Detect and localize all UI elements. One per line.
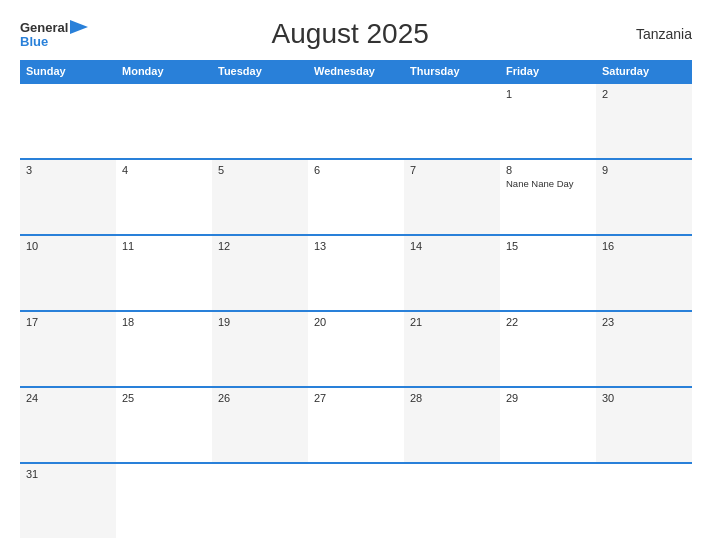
day-cell: 8Nane Nane Day [500, 160, 596, 234]
week-row-4: 24252627282930 [20, 386, 692, 462]
day-cell: 19 [212, 312, 308, 386]
header: General Blue August 2025 Tanzania [20, 18, 692, 50]
day-cell [212, 464, 308, 538]
day-header-saturday: Saturday [596, 60, 692, 82]
day-number: 16 [602, 240, 686, 252]
day-number: 31 [26, 468, 110, 480]
day-number: 20 [314, 316, 398, 328]
logo-flag-icon [70, 20, 88, 34]
day-number: 6 [314, 164, 398, 176]
day-header-friday: Friday [500, 60, 596, 82]
calendar-title: August 2025 [88, 18, 612, 50]
day-header-thursday: Thursday [404, 60, 500, 82]
day-cell: 4 [116, 160, 212, 234]
day-header-monday: Monday [116, 60, 212, 82]
day-number: 28 [410, 392, 494, 404]
day-cell: 29 [500, 388, 596, 462]
day-number: 17 [26, 316, 110, 328]
day-cell: 16 [596, 236, 692, 310]
day-cell: 7 [404, 160, 500, 234]
day-cell: 14 [404, 236, 500, 310]
logo-general-text: General [20, 21, 68, 34]
day-cell: 6 [308, 160, 404, 234]
day-number: 12 [218, 240, 302, 252]
day-cell: 17 [20, 312, 116, 386]
day-cell: 18 [116, 312, 212, 386]
day-cell [308, 84, 404, 158]
day-number: 10 [26, 240, 110, 252]
day-cell: 25 [116, 388, 212, 462]
day-number: 15 [506, 240, 590, 252]
day-cell [404, 464, 500, 538]
day-cell: 2 [596, 84, 692, 158]
day-cell [596, 464, 692, 538]
day-number: 11 [122, 240, 206, 252]
day-cell: 11 [116, 236, 212, 310]
day-cell [308, 464, 404, 538]
day-cell: 5 [212, 160, 308, 234]
day-cell: 9 [596, 160, 692, 234]
day-cell [116, 84, 212, 158]
day-cell [212, 84, 308, 158]
day-cell: 20 [308, 312, 404, 386]
svg-marker-0 [70, 20, 88, 34]
day-cell: 3 [20, 160, 116, 234]
logo: General Blue [20, 20, 88, 48]
day-header-wednesday: Wednesday [308, 60, 404, 82]
day-cell: 28 [404, 388, 500, 462]
day-number: 22 [506, 316, 590, 328]
day-number: 23 [602, 316, 686, 328]
week-row-0: 12 [20, 82, 692, 158]
day-cell [116, 464, 212, 538]
day-cell [20, 84, 116, 158]
day-cell [404, 84, 500, 158]
day-number: 25 [122, 392, 206, 404]
logo-blue-text: Blue [20, 35, 48, 48]
day-number: 18 [122, 316, 206, 328]
day-number: 4 [122, 164, 206, 176]
day-header-tuesday: Tuesday [212, 60, 308, 82]
day-number: 14 [410, 240, 494, 252]
day-cell: 24 [20, 388, 116, 462]
day-cell: 15 [500, 236, 596, 310]
day-number: 26 [218, 392, 302, 404]
day-number: 1 [506, 88, 590, 100]
day-cell: 23 [596, 312, 692, 386]
day-headers-row: SundayMondayTuesdayWednesdayThursdayFrid… [20, 60, 692, 82]
day-cell: 21 [404, 312, 500, 386]
day-number: 7 [410, 164, 494, 176]
day-cell: 30 [596, 388, 692, 462]
week-row-5: 31 [20, 462, 692, 538]
day-header-sunday: Sunday [20, 60, 116, 82]
week-row-2: 10111213141516 [20, 234, 692, 310]
weeks-container: 12345678Nane Nane Day9101112131415161718… [20, 82, 692, 538]
day-number: 19 [218, 316, 302, 328]
day-number: 30 [602, 392, 686, 404]
day-number: 5 [218, 164, 302, 176]
day-number: 9 [602, 164, 686, 176]
calendar-page: General Blue August 2025 Tanzania Sunday… [0, 0, 712, 550]
country-label: Tanzania [612, 26, 692, 42]
day-number: 3 [26, 164, 110, 176]
day-number: 2 [602, 88, 686, 100]
day-number: 24 [26, 392, 110, 404]
day-number: 21 [410, 316, 494, 328]
day-cell: 13 [308, 236, 404, 310]
day-cell: 12 [212, 236, 308, 310]
day-number: 27 [314, 392, 398, 404]
week-row-3: 17181920212223 [20, 310, 692, 386]
day-cell: 1 [500, 84, 596, 158]
day-event: Nane Nane Day [506, 178, 590, 189]
day-number: 13 [314, 240, 398, 252]
day-cell [500, 464, 596, 538]
day-cell: 26 [212, 388, 308, 462]
calendar-grid: SundayMondayTuesdayWednesdayThursdayFrid… [20, 60, 692, 538]
day-number: 8 [506, 164, 590, 176]
week-row-1: 345678Nane Nane Day9 [20, 158, 692, 234]
day-cell: 27 [308, 388, 404, 462]
day-number: 29 [506, 392, 590, 404]
day-cell: 31 [20, 464, 116, 538]
day-cell: 22 [500, 312, 596, 386]
day-cell: 10 [20, 236, 116, 310]
